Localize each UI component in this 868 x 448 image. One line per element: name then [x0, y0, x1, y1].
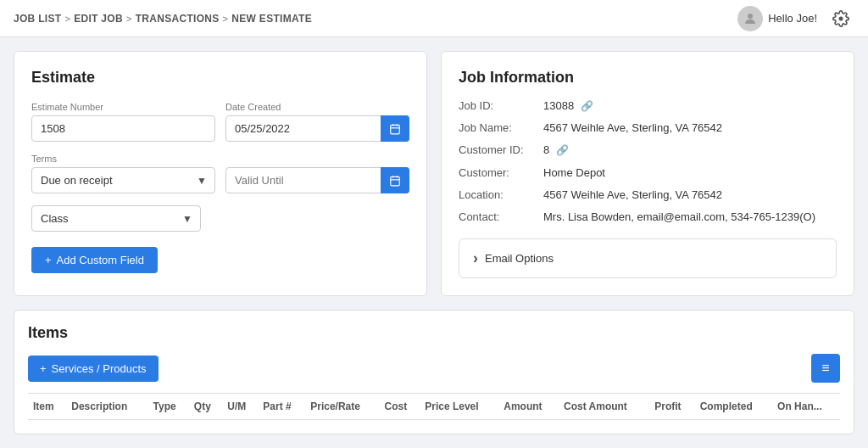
items-table: Item Description Type Qty U/M Part # Pri…	[28, 393, 840, 420]
job-name-label: Job Name:	[459, 120, 543, 136]
class-select-wrap: Class ▼	[31, 205, 201, 232]
terms-label: Terms	[31, 154, 215, 164]
col-description: Description	[66, 394, 147, 420]
email-options-bar[interactable]: › Email Options	[459, 238, 837, 278]
user-area: Hello Joe!	[737, 6, 817, 31]
terms-valid-row: Terms Due on receipt Net 15 Net 30 Net 6…	[31, 154, 409, 193]
items-table-header-row: Item Description Type Qty U/M Part # Pri…	[28, 394, 840, 420]
breadcrumb-sep-1: >	[64, 14, 70, 24]
items-menu-button[interactable]: ≡	[811, 354, 840, 383]
date-created-input-wrap	[225, 115, 409, 142]
breadcrumb-transactions[interactable]: TRANSACTIONS	[136, 13, 220, 25]
contact-value: Mrs. Lisa Bowden, email@email.com, 534-7…	[543, 210, 837, 225]
top-right-area: Hello Joe!	[737, 5, 854, 32]
customer-id-label: Customer ID:	[459, 143, 543, 158]
terms-select[interactable]: Due on receipt Net 15 Net 30 Net 60	[31, 167, 215, 193]
top-nav: JOB LIST > EDIT JOB > TRANSACTIONS > NEW…	[0, 0, 868, 37]
job-id-label: Job ID:	[459, 98, 543, 114]
customer-row: Customer: Home Depot	[459, 165, 837, 181]
customer-id-link-icon[interactable]: 🔗	[556, 144, 569, 156]
breadcrumb: JOB LIST > EDIT JOB > TRANSACTIONS > NEW…	[14, 13, 312, 25]
date-created-label: Date Created	[225, 102, 409, 112]
estimate-number-group: Estimate Number	[31, 102, 215, 142]
contact-label: Contact:	[459, 210, 543, 225]
col-price-rate: Price/Rate	[305, 394, 379, 420]
terms-select-wrap: Due on receipt Net 15 Net 30 Net 60 ▼	[31, 167, 215, 193]
customer-id-row: Customer ID: 8 🔗	[459, 143, 837, 158]
breadcrumb-job-list[interactable]: JOB LIST	[14, 13, 61, 25]
class-group: Class ▼	[31, 205, 201, 232]
estimate-title: Estimate	[31, 69, 409, 87]
col-qty: Qty	[189, 394, 223, 420]
items-toolbar: + Services / Products ≡	[28, 354, 840, 383]
job-name-value: 4567 Weihle Ave, Sterling, VA 76542	[543, 120, 837, 136]
main-content: Estimate Estimate Number Date Created	[0, 37, 868, 310]
col-part: Part #	[258, 394, 305, 420]
customer-value: Home Depot	[543, 165, 837, 181]
email-options-chevron-icon: ›	[473, 249, 478, 267]
user-greeting: Hello Joe!	[768, 12, 817, 25]
add-custom-field-label: Add Custom Field	[57, 254, 144, 266]
breadcrumb-new-estimate: NEW ESTIMATE	[231, 13, 312, 25]
job-id-row: Job ID: 13088 🔗	[459, 98, 837, 114]
col-type: Type	[148, 394, 189, 420]
col-um: U/M	[222, 394, 258, 420]
col-cost: Cost	[380, 394, 420, 420]
contact-row: Contact: Mrs. Lisa Bowden, email@email.c…	[459, 210, 837, 225]
date-created-calendar-button[interactable]	[381, 115, 409, 142]
job-id-link-icon[interactable]: 🔗	[581, 100, 593, 112]
estimate-number-input[interactable]	[31, 115, 215, 142]
col-item: Item	[28, 394, 66, 420]
breadcrumb-sep-2: >	[126, 14, 132, 24]
items-title: Items	[28, 324, 840, 342]
estimate-number-label: Estimate Number	[31, 102, 215, 112]
col-completed: Completed	[695, 394, 772, 420]
location-value: 4567 Weihle Ave, Sterling, VA 76542	[543, 188, 837, 203]
class-row: Class ▼	[31, 205, 409, 232]
job-name-row: Job Name: 4567 Weihle Ave, Sterling, VA …	[459, 120, 837, 136]
svg-rect-1	[391, 125, 400, 134]
estimate-card: Estimate Estimate Number Date Created	[14, 51, 427, 296]
valid-until-calendar-button[interactable]	[381, 167, 409, 193]
customer-label: Customer:	[459, 165, 543, 181]
add-custom-field-plus-icon: +	[45, 254, 52, 266]
menu-lines-icon: ≡	[821, 361, 829, 376]
email-options-label: Email Options	[485, 252, 554, 265]
col-amount: Amount	[498, 394, 559, 420]
avatar	[737, 6, 763, 31]
services-button-label: Services / Products	[52, 362, 147, 375]
col-cost-amount: Cost Amount	[559, 394, 649, 420]
class-select[interactable]: Class	[31, 205, 201, 232]
col-on-hand: On Han...	[772, 394, 840, 420]
add-custom-field-button[interactable]: + Add Custom Field	[31, 247, 158, 273]
location-row: Location: 4567 Weihle Ave, Sterling, VA …	[459, 188, 837, 203]
job-info-card: Job Information Job ID: 13088 🔗 Job Name…	[441, 51, 854, 296]
valid-until-input-wrap	[225, 167, 409, 193]
col-price-level: Price Level	[420, 394, 498, 420]
valid-until-label	[225, 154, 409, 164]
col-profit: Profit	[649, 394, 694, 420]
services-products-button[interactable]: + Services / Products	[28, 356, 159, 382]
job-id-value: 13088 🔗	[543, 98, 837, 114]
settings-button[interactable]	[827, 5, 854, 32]
breadcrumb-sep-3: >	[223, 14, 229, 24]
terms-group: Terms Due on receipt Net 15 Net 30 Net 6…	[31, 154, 215, 193]
job-info-title: Job Information	[459, 69, 837, 87]
valid-until-group	[225, 154, 409, 193]
items-section: Items + Services / Products ≡ Item Descr…	[14, 310, 854, 434]
svg-rect-5	[391, 176, 400, 186]
location-label: Location:	[459, 188, 543, 203]
services-plus-icon: +	[40, 362, 47, 375]
breadcrumb-edit-job[interactable]: EDIT JOB	[74, 13, 123, 25]
date-created-group: Date Created	[225, 102, 409, 142]
svg-point-0	[748, 14, 753, 19]
estimate-number-date-row: Estimate Number Date Created	[31, 102, 409, 142]
customer-id-value: 8 🔗	[543, 143, 837, 158]
